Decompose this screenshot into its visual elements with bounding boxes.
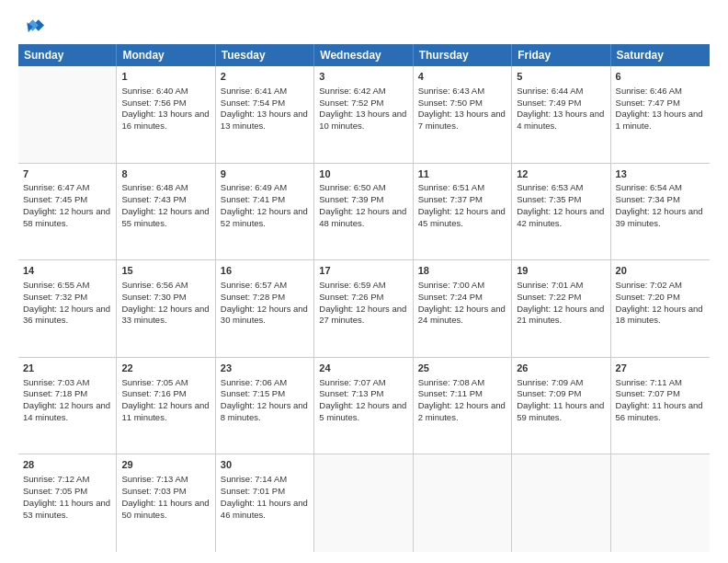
table-row: 14Sunrise: 6:55 AMSunset: 7:32 PMDayligh… — [18, 260, 117, 357]
daylight-text: Daylight: 11 hours and 53 minutes. — [23, 498, 111, 522]
day-number: 6 — [616, 70, 705, 84]
day-number: 10 — [319, 167, 407, 181]
table-row: 2Sunrise: 6:41 AMSunset: 7:54 PMDaylight… — [216, 66, 314, 163]
sunset-text: Sunset: 7:45 PM — [23, 194, 111, 206]
day-number: 1 — [121, 70, 210, 84]
table-row: 18Sunrise: 7:00 AMSunset: 7:24 PMDayligh… — [414, 260, 512, 357]
header-day-tuesday: Tuesday — [216, 44, 314, 66]
sunset-text: Sunset: 7:56 PM — [121, 98, 210, 109]
daylight-text: Daylight: 12 hours and 39 minutes. — [616, 206, 705, 230]
day-number: 13 — [616, 167, 705, 181]
day-number: 21 — [23, 362, 111, 375]
table-row — [611, 454, 710, 552]
day-number: 26 — [517, 362, 605, 375]
sunset-text: Sunset: 7:43 PM — [121, 194, 210, 206]
page: SundayMondayTuesdayWednesdayThursdayFrid… — [0, 0, 728, 563]
day-number: 7 — [23, 167, 111, 181]
sunset-text: Sunset: 7:01 PM — [221, 486, 309, 498]
logo-icon — [18, 17, 44, 37]
sunrise-text: Sunrise: 6:51 AM — [418, 182, 506, 194]
sunset-text: Sunset: 7:03 PM — [121, 486, 210, 498]
sunrise-text: Sunrise: 6:55 AM — [23, 280, 111, 292]
daylight-text: Daylight: 13 hours and 13 minutes. — [221, 109, 309, 132]
sunrise-text: Sunrise: 6:54 AM — [616, 182, 705, 194]
sunset-text: Sunset: 7:54 PM — [221, 98, 309, 109]
sunset-text: Sunset: 7:26 PM — [319, 292, 407, 304]
day-number: 19 — [517, 264, 605, 278]
sunset-text: Sunset: 7:11 PM — [418, 388, 506, 400]
sunrise-text: Sunrise: 7:11 AM — [616, 377, 705, 389]
header — [18, 17, 710, 37]
table-row: 30Sunrise: 7:14 AMSunset: 7:01 PMDayligh… — [216, 454, 314, 552]
sunset-text: Sunset: 7:35 PM — [517, 194, 605, 206]
sunset-text: Sunset: 7:32 PM — [23, 292, 111, 304]
table-row: 20Sunrise: 7:02 AMSunset: 7:20 PMDayligh… — [611, 260, 710, 357]
sunrise-text: Sunrise: 6:44 AM — [517, 86, 605, 98]
table-row: 28Sunrise: 7:12 AMSunset: 7:05 PMDayligh… — [18, 454, 117, 552]
day-number: 8 — [121, 167, 210, 181]
day-number: 5 — [517, 70, 605, 84]
sunrise-text: Sunrise: 6:49 AM — [221, 182, 309, 194]
sunrise-text: Sunrise: 7:08 AM — [418, 377, 506, 389]
daylight-text: Daylight: 13 hours and 7 minutes. — [418, 109, 506, 132]
sunset-text: Sunset: 7:22 PM — [517, 292, 605, 304]
table-row: 9Sunrise: 6:49 AMSunset: 7:41 PMDaylight… — [216, 164, 314, 260]
daylight-text: Daylight: 12 hours and 48 minutes. — [319, 206, 407, 230]
daylight-text: Daylight: 12 hours and 11 minutes. — [121, 400, 210, 424]
sunrise-text: Sunrise: 6:57 AM — [221, 280, 309, 292]
calendar-body: 1Sunrise: 6:40 AMSunset: 7:56 PMDaylight… — [18, 66, 710, 552]
sunrise-text: Sunrise: 6:42 AM — [319, 86, 407, 98]
daylight-text: Daylight: 12 hours and 27 minutes. — [319, 304, 407, 327]
sunrise-text: Sunrise: 7:12 AM — [23, 474, 111, 486]
table-row: 17Sunrise: 6:59 AMSunset: 7:26 PMDayligh… — [314, 260, 413, 357]
sunrise-text: Sunrise: 7:02 AM — [616, 280, 705, 292]
week-5: 28Sunrise: 7:12 AMSunset: 7:05 PMDayligh… — [18, 454, 710, 552]
sunset-text: Sunset: 7:34 PM — [616, 194, 705, 206]
daylight-text: Daylight: 12 hours and 18 minutes. — [616, 304, 705, 327]
sunrise-text: Sunrise: 6:48 AM — [121, 182, 210, 194]
sunrise-text: Sunrise: 7:00 AM — [418, 280, 506, 292]
sunset-text: Sunset: 7:39 PM — [319, 194, 407, 206]
day-number: 20 — [616, 264, 705, 278]
day-number: 15 — [121, 264, 210, 278]
day-number: 27 — [616, 362, 705, 375]
table-row — [18, 66, 117, 163]
sunrise-text: Sunrise: 6:59 AM — [319, 280, 407, 292]
week-4: 21Sunrise: 7:03 AMSunset: 7:18 PMDayligh… — [18, 358, 710, 455]
table-row — [414, 454, 512, 552]
header-day-sunday: Sunday — [18, 44, 117, 66]
day-number: 28 — [23, 458, 111, 472]
daylight-text: Daylight: 11 hours and 56 minutes. — [616, 400, 705, 424]
header-day-thursday: Thursday — [414, 44, 512, 66]
daylight-text: Daylight: 12 hours and 33 minutes. — [121, 304, 210, 327]
sunset-text: Sunset: 7:16 PM — [121, 388, 210, 400]
day-number: 17 — [319, 264, 407, 278]
sunrise-text: Sunrise: 7:07 AM — [319, 377, 407, 389]
sunrise-text: Sunrise: 6:47 AM — [23, 182, 111, 194]
sunrise-text: Sunrise: 7:03 AM — [23, 377, 111, 389]
daylight-text: Daylight: 12 hours and 42 minutes. — [517, 206, 605, 230]
sunset-text: Sunset: 7:52 PM — [319, 98, 407, 109]
table-row: 8Sunrise: 6:48 AMSunset: 7:43 PMDaylight… — [117, 164, 215, 260]
table-row: 26Sunrise: 7:09 AMSunset: 7:09 PMDayligh… — [512, 358, 610, 454]
table-row: 10Sunrise: 6:50 AMSunset: 7:39 PMDayligh… — [314, 164, 413, 260]
daylight-text: Daylight: 13 hours and 1 minute. — [616, 109, 705, 132]
day-number: 22 — [121, 362, 210, 375]
week-1: 1Sunrise: 6:40 AMSunset: 7:56 PMDaylight… — [18, 66, 710, 164]
table-row: 11Sunrise: 6:51 AMSunset: 7:37 PMDayligh… — [414, 164, 512, 260]
sunrise-text: Sunrise: 7:06 AM — [221, 377, 309, 389]
sunset-text: Sunset: 7:24 PM — [418, 292, 506, 304]
daylight-text: Daylight: 13 hours and 4 minutes. — [517, 109, 605, 132]
sunset-text: Sunset: 7:07 PM — [616, 388, 705, 400]
table-row: 19Sunrise: 7:01 AMSunset: 7:22 PMDayligh… — [512, 260, 610, 357]
table-row: 12Sunrise: 6:53 AMSunset: 7:35 PMDayligh… — [512, 164, 610, 260]
table-row — [512, 454, 610, 552]
header-day-saturday: Saturday — [611, 44, 710, 66]
sunrise-text: Sunrise: 6:53 AM — [517, 182, 605, 194]
daylight-text: Daylight: 12 hours and 58 minutes. — [23, 206, 111, 230]
daylight-text: Daylight: 12 hours and 24 minutes. — [418, 304, 506, 327]
week-3: 14Sunrise: 6:55 AMSunset: 7:32 PMDayligh… — [18, 260, 710, 358]
daylight-text: Daylight: 12 hours and 45 minutes. — [418, 206, 506, 230]
day-number: 18 — [418, 264, 506, 278]
daylight-text: Daylight: 11 hours and 59 minutes. — [517, 400, 605, 424]
